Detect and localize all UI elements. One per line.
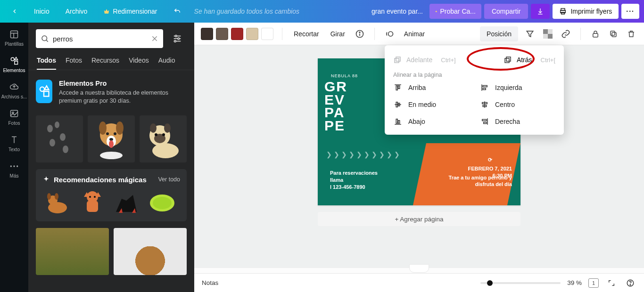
link-button[interactable] [560, 28, 572, 40]
file-menu[interactable]: Archivo [59, 4, 94, 19]
document-title[interactable]: gran evento par... [368, 8, 427, 15]
page-thumbnail-button[interactable]: 1 [588, 278, 599, 288]
rail-text[interactable]: Texto [0, 130, 28, 156]
tab-videos[interactable]: Videos [129, 53, 149, 70]
back-button[interactable] [5, 4, 25, 18]
crop-button[interactable]: Recortar [291, 28, 322, 40]
svg-point-23 [174, 41, 176, 42]
align-top-icon [394, 83, 402, 92]
add-page-button[interactable]: + Agregar página [318, 212, 520, 226]
resize-label: Redimensionar [113, 8, 157, 15]
svg-point-32 [100, 152, 123, 159]
align-top[interactable]: Arriba [393, 83, 469, 92]
rail-elements[interactable]: Elementos [0, 51, 28, 77]
svg-rect-66 [548, 34, 553, 39]
search-input[interactable] [53, 35, 147, 43]
transparency-button[interactable] [542, 28, 554, 40]
color-swatch-4[interactable] [246, 28, 258, 40]
align-bottom[interactable]: Abajo [393, 117, 469, 126]
svg-rect-9 [11, 110, 18, 116]
photo-thumb-1[interactable] [36, 228, 109, 275]
filter-button[interactable] [524, 28, 536, 40]
lock-button[interactable] [589, 28, 602, 40]
magic-thumb-4[interactable] [147, 188, 177, 217]
search-filters-button[interactable] [168, 29, 187, 48]
undo-button[interactable] [167, 4, 188, 19]
horizontal-scrollbar[interactable] [194, 268, 644, 273]
align-middle[interactable]: En medio [393, 100, 469, 109]
download-button[interactable] [531, 4, 550, 19]
more-menu-button[interactable]: ··· [621, 4, 639, 19]
motion-icon [385, 29, 394, 39]
share-button[interactable]: Compartir [484, 4, 528, 19]
rail-uploads[interactable]: Archivos s... [0, 77, 28, 104]
color-swatch-1[interactable] [201, 28, 213, 40]
rail-photos[interactable]: Fotos [0, 104, 28, 130]
zoom-knob[interactable] [487, 280, 493, 286]
align-center[interactable]: Centro [480, 100, 555, 109]
panel-tabs: Todos Fotos Recursos Videos Audio [28, 53, 194, 70]
svg-rect-68 [612, 32, 616, 37]
chevron-left-icon [11, 8, 18, 15]
color-swatch-2[interactable] [216, 28, 228, 40]
align-right-icon [480, 117, 489, 126]
element-thumb-pug[interactable] [140, 115, 187, 162]
tab-audio[interactable]: Audio [158, 53, 175, 70]
svg-rect-90 [482, 120, 487, 121]
color-swatch-3[interactable] [231, 28, 243, 40]
download-icon [537, 8, 544, 15]
zoom-value[interactable]: 39 % [567, 279, 582, 286]
element-thumb-pawprints[interactable] [36, 115, 83, 162]
element-thumb-dog1[interactable] [88, 115, 135, 162]
svg-point-24 [40, 87, 44, 91]
templates-icon [9, 29, 19, 40]
side-rail: Plantillas Elementos Archivos s... Fotos… [0, 23, 28, 292]
magic-thumb-3[interactable] [112, 188, 142, 217]
tab-all[interactable]: Todos [37, 53, 56, 70]
rotate-button[interactable]: Girar [328, 28, 348, 40]
resize-button[interactable]: Redimensionar [97, 4, 164, 19]
try-pro-button[interactable]: Probar Ca... [429, 4, 481, 19]
clear-search-button[interactable] [151, 35, 158, 42]
page-brand: NEBULA 88 [331, 73, 358, 78]
align-right[interactable]: Derecha [480, 117, 555, 126]
duplicate-button[interactable] [607, 28, 619, 40]
search-box[interactable] [36, 29, 163, 48]
info-button[interactable] [354, 28, 366, 40]
animate-icon-button[interactable] [383, 28, 396, 40]
send-back[interactable]: Atrás Ctrl+[ [504, 56, 555, 64]
notes-button[interactable]: Notas [202, 279, 218, 286]
color-swatch-5[interactable] [261, 28, 273, 40]
saved-status: Se han guardado todos los cambios [194, 8, 299, 15]
help-button[interactable] [624, 277, 636, 289]
elements-panel: Todos Fotos Recursos Videos Audio Elemen… [28, 23, 194, 292]
tab-resources[interactable]: Recursos [91, 53, 119, 70]
svg-point-6 [11, 57, 14, 61]
sliders-icon [172, 33, 182, 44]
svg-rect-73 [505, 58, 509, 63]
svg-point-40 [109, 140, 114, 148]
zoom-slider[interactable] [480, 282, 561, 284]
try-pro-label: Probar Ca... [440, 8, 475, 15]
bring-forward[interactable]: Adelante Ctrl+] [393, 56, 456, 64]
svg-point-43 [150, 123, 157, 133]
print-flyers-button[interactable]: Imprimir flyers [553, 4, 619, 19]
align-left[interactable]: Izquierda [480, 83, 555, 92]
rail-more[interactable]: Más [0, 156, 28, 183]
copy-icon [609, 30, 618, 38]
fullscreen-button[interactable] [605, 277, 618, 289]
magic-see-all[interactable]: Ver todo [158, 176, 180, 183]
align-section-label: Alinear a la página [393, 72, 555, 78]
position-button[interactable]: Posición [480, 26, 518, 41]
home-button[interactable]: Inicio [27, 4, 56, 19]
tab-photos[interactable]: Fotos [66, 53, 82, 70]
magic-thumb-1[interactable] [42, 188, 73, 217]
photo-thumb-2[interactable] [114, 228, 187, 275]
animate-button[interactable]: Animar [401, 28, 428, 40]
pro-card[interactable]: Elementos Pro Accede a nuestra bibliotec… [36, 78, 187, 112]
rail-uploads-label: Archivos s... [1, 94, 27, 99]
delete-button[interactable] [625, 28, 637, 40]
magic-thumb-2[interactable] [77, 188, 107, 217]
page-headline: GR EV PA PE [324, 80, 347, 132]
rail-templates[interactable]: Plantillas [0, 24, 28, 51]
